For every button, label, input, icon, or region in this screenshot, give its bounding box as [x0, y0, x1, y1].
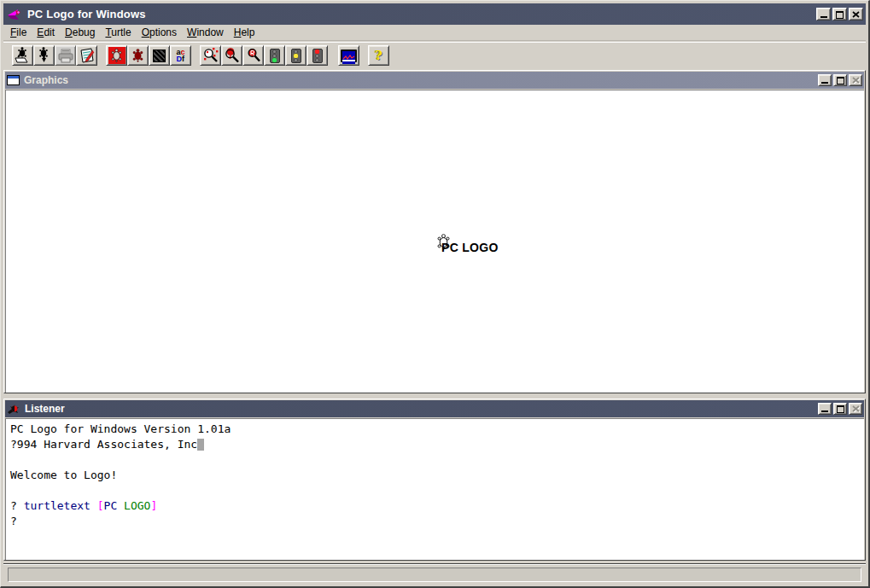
listener-text-segment: ? — [10, 499, 24, 512]
toolbar-separator — [191, 55, 200, 56]
maximize-button[interactable] — [832, 8, 847, 20]
app-window: PC Logo for Windows FileEditDebugTurtleO… — [0, 0, 870, 588]
listener-close-button — [849, 403, 862, 415]
close-icon-disabled — [852, 77, 860, 84]
status-bar — [3, 563, 866, 585]
load-button[interactable] — [12, 45, 33, 66]
save-button[interactable] — [33, 45, 55, 66]
maximize-icon — [836, 11, 844, 19]
font-letters-icon: ac Df — [176, 49, 184, 62]
minimize-button[interactable] — [816, 8, 831, 20]
listener-window-icon — [7, 403, 20, 415]
monitor-icon — [341, 49, 357, 62]
listener-text-segment: ] — [150, 499, 157, 512]
menu-item-help[interactable]: Help — [229, 25, 260, 40]
menu-item-edit[interactable]: Edit — [32, 25, 60, 40]
minimize-icon — [821, 82, 828, 84]
text-cursor — [197, 439, 204, 451]
listener-text-segment: PC Logo for Windows Version 1.01a — [10, 422, 231, 435]
listener-line: ?994 Harvard Associates, Inc — [10, 437, 864, 452]
app-logo-icon — [6, 7, 23, 22]
listener-title: Listener — [25, 403, 65, 415]
status-panel — [8, 568, 861, 582]
graphics-titlebar[interactable]: Graphics — [5, 72, 864, 89]
show-turtle-button[interactable] — [106, 45, 127, 66]
zoom-in-button[interactable] — [221, 45, 242, 66]
graphics-window: Graphics PC LOGO — [3, 70, 866, 393]
listener-titlebar[interactable]: Listener — [5, 400, 864, 417]
listener-text-segment: LOGO — [124, 499, 150, 512]
hide-turtle-button[interactable] — [127, 45, 149, 66]
go-button[interactable] — [264, 45, 285, 66]
printer-icon — [57, 49, 74, 63]
graphics-controls — [818, 74, 862, 86]
graphics-maximize-button[interactable] — [833, 74, 847, 86]
zoom-normal-button[interactable] — [200, 45, 221, 66]
hide-turtle-icon — [130, 47, 147, 64]
menu-item-options[interactable]: Options — [137, 25, 182, 40]
close-icon — [852, 11, 860, 18]
graphics-minimize-button[interactable] — [818, 74, 832, 86]
traffic-light-yellow-icon — [291, 49, 301, 63]
window-title: PC Logo for Windows — [27, 8, 146, 20]
maximize-icon — [837, 405, 844, 413]
listener-text-segment: Welcome to Logo! — [10, 469, 117, 481]
maximize-icon — [837, 77, 844, 84]
traffic-light-green-icon — [270, 49, 280, 63]
menu-item-debug[interactable]: Debug — [60, 25, 100, 40]
menu-bar: FileEditDebugTurtleOptionsWindowHelp — [3, 25, 866, 41]
menu-item-file[interactable]: File — [5, 25, 32, 40]
window-titlebar[interactable]: PC Logo for Windows — [3, 3, 866, 25]
magnifier-red-icon — [245, 47, 262, 64]
help-button[interactable]: ? — [368, 45, 389, 66]
listener-line: ? turtletext [PC LOGO] — [10, 498, 864, 514]
show-turtle-icon — [108, 47, 126, 64]
edit-notepad-icon — [79, 48, 96, 64]
magnifier-dots-icon — [202, 47, 219, 64]
listener-text-segment: ?994 Harvard Associates, Inc — [10, 438, 197, 451]
help-icon: ? — [375, 49, 382, 62]
close-icon-disabled — [852, 405, 860, 412]
listener-controls — [818, 403, 862, 415]
menu-item-turtle[interactable]: Turtle — [100, 25, 136, 40]
canvas-text: PC LOGO — [441, 241, 499, 254]
toolbar-separator — [359, 55, 368, 56]
zoom-out-button[interactable] — [242, 45, 264, 66]
listener-text-segment: turtletext — [24, 499, 97, 512]
listener-text-segment: [ — [97, 499, 104, 512]
listener-text-segment: PC — [104, 499, 124, 512]
edit-button[interactable] — [76, 45, 97, 66]
magnifier-balloon-icon — [224, 47, 241, 64]
background-button[interactable] — [149, 45, 170, 66]
window-controls — [816, 8, 863, 20]
toolbar-separator — [328, 55, 338, 56]
minimize-icon — [820, 16, 827, 18]
listener-line: PC Logo for Windows Version 1.01a — [10, 422, 864, 437]
close-button[interactable] — [849, 8, 863, 20]
listener-output[interactable]: PC Logo for Windows Version 1.01a?994 Ha… — [5, 418, 864, 560]
listener-window: Listener PC Logo for Windows Version 1.0… — [3, 399, 866, 561]
toolbar-separator — [97, 55, 106, 56]
traffic-light-red-icon — [312, 49, 323, 63]
toolbar: ac Df — [3, 42, 866, 68]
graphics-title: Graphics — [24, 74, 68, 86]
listener-line: Welcome to Logo! — [10, 468, 864, 483]
listener-minimize-button[interactable] — [818, 403, 832, 415]
graphics-window-icon — [7, 75, 20, 85]
menu-item-window[interactable]: Window — [182, 25, 229, 40]
pattern-swatch-icon — [153, 49, 166, 62]
turtle-load-icon — [14, 47, 32, 64]
graphics-canvas[interactable]: PC LOGO — [5, 90, 864, 393]
graphics-close-button — [849, 74, 862, 86]
listener-text-segment: ? — [10, 515, 17, 527]
listener-button[interactable] — [338, 45, 359, 66]
turtle-save-icon — [35, 47, 53, 64]
print-button — [55, 45, 76, 66]
listener-line — [10, 452, 864, 468]
halt-button[interactable] — [307, 45, 328, 66]
listener-maximize-button[interactable] — [833, 403, 847, 415]
listener-line — [10, 483, 864, 498]
pause-button[interactable] — [285, 45, 307, 66]
listener-line: ? — [10, 514, 864, 529]
font-button[interactable]: ac Df — [170, 45, 191, 66]
